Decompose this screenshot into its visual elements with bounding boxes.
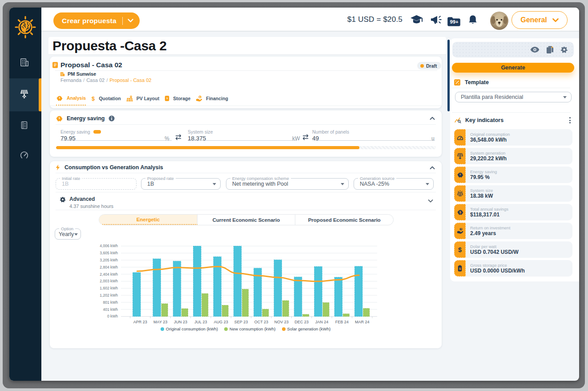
profile-menu-button[interactable]: General <box>511 11 568 29</box>
indicator-value: USD 0.7042 USD/W <box>470 249 519 255</box>
proposal-title: Proposal - Casa 02 <box>60 61 122 69</box>
y-tick-label: 1,602 kWh <box>100 286 118 290</box>
x-tick-label: FEB 24 <box>335 320 349 324</box>
chart-bar <box>213 257 222 316</box>
megaphone-icon <box>430 14 443 25</box>
collapse-icon[interactable] <box>429 115 435 122</box>
sidebar-item-catalog[interactable] <box>9 116 39 134</box>
notifications-button[interactable] <box>466 8 479 32</box>
generation-source-select[interactable]: Generation source NASA -25% <box>354 178 434 190</box>
chevron-down-icon <box>128 19 133 23</box>
initial-rate-input[interactable]: Initial rate 1B <box>56 178 137 190</box>
x-tick-label: OCT 23 <box>254 320 268 324</box>
consumption-chart: 0 kWh401 kWh801 kWh1,202 kWh1,602 kWh2,0… <box>98 241 392 337</box>
proposal-card: Proposal - Casa 02 Draft PM Sunwise Fern… <box>50 57 442 108</box>
dollar-icon: $ <box>91 95 95 102</box>
caret-down-icon <box>213 183 216 185</box>
bell-icon <box>467 14 478 25</box>
notifications-count-badge[interactable]: 99+ <box>447 16 461 26</box>
proposed-rate-select[interactable]: Proposed rate 1B <box>141 178 221 190</box>
map-pin-panel-icon <box>126 95 133 102</box>
indicator-value: 2.49 years <box>470 230 496 236</box>
chart-legend: Original consumption (kWh)New consumptio… <box>121 326 370 331</box>
swap-icon[interactable] <box>174 134 182 141</box>
x-tick-label: JAN 24 <box>315 320 329 324</box>
chart-bar <box>193 246 201 317</box>
advanced-row[interactable]: Advanced 4.37 sunshine hours <box>60 196 113 209</box>
tab-financing-label: Financing <box>206 96 228 101</box>
svg-text:$: $ <box>92 96 95 102</box>
chart-bar <box>363 308 370 316</box>
expand-icon[interactable] <box>427 198 434 204</box>
option-period-select[interactable]: Option Yearly <box>55 228 81 240</box>
chart-bar <box>274 260 282 316</box>
academy-button[interactable] <box>409 8 424 32</box>
toggle-pill-icon[interactable] <box>93 130 101 134</box>
gear-icon[interactable] <box>560 46 568 53</box>
tab-analysis[interactable]: Analysis <box>56 91 86 106</box>
caret-down-icon <box>426 183 429 185</box>
tab-pv-layout[interactable]: PV Layout <box>126 91 159 106</box>
indicator-value: $118,317.01 <box>470 212 499 218</box>
create-proposal-button[interactable]: Crear propuesta <box>53 12 140 29</box>
page-heading-band: Propuesta -Casa 2 <box>48 37 446 55</box>
generate-button[interactable]: Generate <box>452 63 574 73</box>
breadcrumb-folder[interactable]: Casa 02 <box>86 77 105 83</box>
template-select[interactable]: Plantilla para Residencial <box>455 92 572 102</box>
consumption-title: Consumption vs Generation Analysis <box>64 164 163 171</box>
panel-scrollbar-thumb[interactable] <box>447 40 450 111</box>
legend-item[interactable]: Original consumption (kWh) <box>161 326 218 331</box>
template-header: Template <box>454 79 489 86</box>
panel-toolbar <box>452 42 574 57</box>
chart-bar <box>222 305 228 316</box>
sidebar-item-projects[interactable] <box>9 53 39 71</box>
indicator-value: 18.38 kW <box>470 193 493 199</box>
y-tick-label: 2,404 kWh <box>100 272 118 277</box>
solar-panel-icon <box>454 148 466 164</box>
sunwise-logo-icon[interactable] <box>14 15 37 39</box>
y-tick-label: 3,605 kWh <box>100 251 118 255</box>
chart-line-solar <box>137 267 359 281</box>
x-tick-label: MAY 23 <box>153 320 167 324</box>
sidebar-item-proposals[interactable] <box>9 85 39 102</box>
y-tick-label: 3,205 kWh <box>100 258 118 262</box>
template-label: Template <box>465 79 489 86</box>
swap-icon[interactable] <box>302 134 310 141</box>
tab-quotation[interactable]: $ Quotation <box>91 91 121 106</box>
tab-proposed-economic[interactable]: Proposed Economic Scenario <box>295 215 393 225</box>
tab-current-economic[interactable]: Current Economic Scenario <box>197 215 296 225</box>
caret-down-icon <box>563 96 567 98</box>
collapse-icon[interactable] <box>429 165 435 171</box>
tab-financing[interactable]: $ Financing <box>196 91 228 106</box>
proposal-tabs: Analysis $ Quotation PV Layout Storage $… <box>50 91 442 106</box>
user-avatar[interactable] <box>490 12 508 30</box>
scenario-tabs: Energetic Current Economic Scenario Prop… <box>99 214 394 225</box>
eye-icon[interactable] <box>530 46 540 53</box>
breadcrumb-project[interactable]: Fernanda <box>60 77 81 83</box>
tab-energetic[interactable]: Energetic <box>99 215 197 225</box>
divider <box>452 112 570 113</box>
owner-row: PM Sunwise <box>60 71 96 77</box>
piggy-dollar-icon: $ <box>454 204 466 220</box>
info-icon[interactable] <box>109 115 115 122</box>
avatar-dog-photo <box>490 12 508 30</box>
legend-item[interactable]: Solar generation (kWh) <box>282 326 331 331</box>
tab-storage[interactable]: Storage <box>165 91 190 106</box>
field-label: System size <box>188 129 213 134</box>
tab-quotation-label: Quotation <box>99 96 121 101</box>
announcements-button[interactable] <box>429 8 444 32</box>
chart-bar <box>314 267 322 317</box>
create-button-divider <box>122 17 123 25</box>
compensation-scheme-select[interactable]: Energy compensation scheme Net metering … <box>226 178 349 190</box>
duplicate-icon[interactable] <box>546 46 554 54</box>
indicator-value: 29,220.22 kWh <box>470 155 507 162</box>
key-indicators-menu-button[interactable] <box>567 117 573 124</box>
status-dot-icon <box>420 64 424 68</box>
chart-bar <box>334 277 342 317</box>
chart-bar <box>323 303 329 317</box>
legend-dot-icon <box>161 327 164 331</box>
sidebar-item-monitoring[interactable] <box>9 146 39 163</box>
breadcrumb-current: Proposal - Casa 02 <box>109 77 151 83</box>
legend-item[interactable]: New consumption (kWh) <box>224 326 275 331</box>
energy-progress-track <box>56 146 436 149</box>
